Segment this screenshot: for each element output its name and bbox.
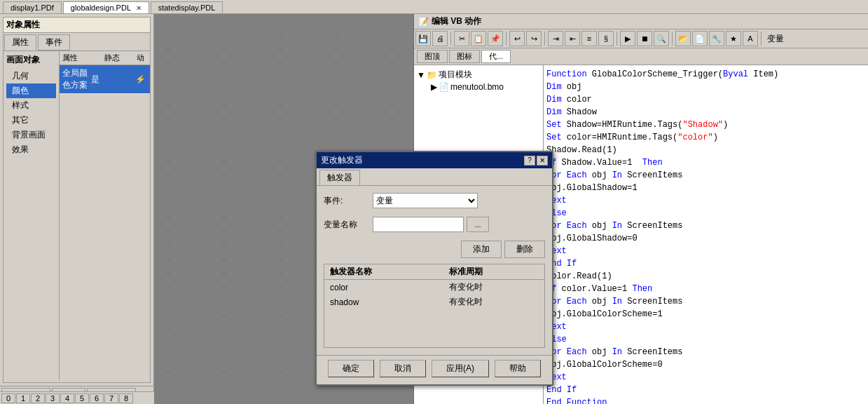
scroll-number-2[interactable]: 2 bbox=[31, 393, 45, 403]
scroll-bar: 012345678 bbox=[0, 391, 154, 404]
nav-top-btn[interactable]: 图顶 bbox=[417, 50, 448, 63]
code-line: Set color=HMIRuntime.Tags("color") bbox=[546, 131, 865, 144]
lightning-icon: ⚡ bbox=[133, 74, 147, 84]
cancel-button[interactable]: 取消 bbox=[380, 360, 426, 377]
code-line: Next bbox=[546, 371, 865, 384]
toolbar-outdent-btn[interactable]: ⇤ bbox=[565, 31, 580, 46]
close-dialog-btn[interactable]: ✕ bbox=[537, 156, 548, 166]
toolbar-copy-btn[interactable]: 📋 bbox=[471, 31, 486, 46]
browse-button[interactable]: ... bbox=[467, 217, 489, 232]
varname-row: 变量名称 ... bbox=[324, 217, 545, 232]
code-line: If Shadow.Value=1 Then bbox=[546, 156, 865, 169]
nav-code-btn[interactable]: 代... bbox=[481, 50, 511, 63]
scroll-number-4[interactable]: 4 bbox=[60, 393, 74, 403]
table-row[interactable]: color 有变化时 bbox=[324, 280, 544, 295]
ok-button[interactable]: 确定 bbox=[328, 360, 374, 377]
trigger-table-container: 触发器名称 标准周期 color 有变化时 shadow bbox=[324, 264, 545, 348]
toolbar-variable-label: 变量 bbox=[764, 33, 787, 45]
toolbar-format-btn[interactable]: § bbox=[598, 31, 614, 46]
tab-globaldesign[interactable]: globaldesign.PDL ✕ bbox=[63, 1, 149, 13]
toolbar-var-btn[interactable]: 🔧 bbox=[709, 31, 724, 46]
toolbar-sep-1 bbox=[450, 32, 451, 46]
varname-input[interactable] bbox=[373, 217, 464, 232]
add-trigger-button[interactable]: 添加 bbox=[461, 241, 502, 258]
tree-item-menutool[interactable]: ▶ 📄 menutool.bmo bbox=[417, 81, 540, 93]
toolbar-redo-btn[interactable]: ↪ bbox=[526, 31, 542, 46]
vb-code-editor[interactable]: Function GlobalColorScheme_Trigger(Byval… bbox=[544, 65, 868, 404]
scroll-number-0[interactable]: 0 bbox=[1, 393, 15, 403]
tree-item-expand-icon[interactable]: ▶ bbox=[431, 82, 437, 92]
table-row[interactable]: shadow 有变化时 bbox=[324, 295, 544, 309]
code-line: End Function bbox=[546, 396, 865, 404]
close-tab-icon[interactable]: ✕ bbox=[136, 4, 142, 12]
scroll-number-8[interactable]: 8 bbox=[119, 393, 133, 403]
toolbar-align-btn[interactable]: ≡ bbox=[581, 31, 597, 46]
toolbar-sep-4 bbox=[616, 32, 617, 46]
nav-mark-btn[interactable]: 图标 bbox=[449, 50, 480, 63]
col-trigger-period: 标准周期 bbox=[443, 264, 544, 280]
tab-property[interactable]: 属性 bbox=[4, 34, 36, 50]
scroll-number-5[interactable]: 5 bbox=[75, 393, 89, 403]
code-line: End If bbox=[546, 384, 865, 396]
dialog-tab-trigger[interactable]: 触发器 bbox=[319, 170, 360, 185]
dialog-inner-tabs: 触发器 bbox=[317, 168, 552, 186]
scroll-number-1[interactable]: 1 bbox=[16, 393, 30, 403]
prop-item-effect[interactable]: 效果 bbox=[6, 142, 56, 157]
prop-item-bg[interactable]: 背景画面 bbox=[6, 128, 56, 142]
tree-root: ▼ 📁 项目模块 bbox=[417, 68, 540, 81]
code-line: For Each obj In ScreenItems bbox=[546, 220, 865, 232]
event-label: 事件: bbox=[324, 195, 373, 207]
vb-title-text: 编辑 VB 动作 bbox=[432, 15, 481, 27]
canvas-area: 更改触发器 ? ✕ 触发器 事件: 变量 bbox=[154, 14, 413, 404]
code-line: Dim obj bbox=[546, 81, 865, 93]
code-line: End If bbox=[546, 257, 865, 270]
scroll-number-6[interactable]: 6 bbox=[90, 393, 104, 403]
code-line: Function GlobalColorScheme_Trigger(Byval… bbox=[546, 68, 865, 81]
prop-item-style[interactable]: 样式 bbox=[6, 98, 56, 113]
toolbar-sep-5 bbox=[672, 32, 673, 46]
vb-title-bar: 📝 编辑 VB 动作 bbox=[414, 14, 868, 29]
trigger-name-cell: color bbox=[324, 280, 443, 295]
event-select[interactable]: 变量 bbox=[373, 193, 478, 208]
varname-input-group: ... bbox=[373, 217, 545, 232]
code-line: Else bbox=[546, 207, 865, 220]
toolbar-print-btn[interactable]: 🖨 bbox=[432, 31, 448, 46]
toolbar-paste-btn[interactable]: 📌 bbox=[488, 31, 503, 46]
prop-item-geometry[interactable]: 几何 bbox=[6, 69, 56, 83]
help-dialog-btn[interactable]: ? bbox=[524, 156, 535, 166]
tree-expand-icon[interactable]: ▼ bbox=[417, 70, 425, 80]
code-line: If color.Value=1 Then bbox=[546, 283, 865, 295]
prop-row-global-color[interactable]: 全局颜色方案 是 ⚡ bbox=[60, 65, 150, 94]
tree-item-icon: 📄 bbox=[439, 82, 449, 92]
prop-item-color[interactable]: 颜色 bbox=[6, 83, 56, 98]
tab-statedisplay[interactable]: statedisplay.PDL bbox=[151, 1, 223, 13]
toolbar-ref-btn[interactable]: A bbox=[743, 31, 758, 46]
toolbar-undo-btn[interactable]: ↩ bbox=[509, 31, 525, 46]
tab-event[interactable]: 事件 bbox=[38, 34, 70, 50]
toolbar-debug-btn[interactable]: 🔍 bbox=[654, 31, 669, 46]
toolbar-open-btn[interactable]: 📂 bbox=[675, 31, 691, 46]
prop-left-nav: 画面对象 几何 颜色 样式 其它 背景画面 效果 bbox=[4, 51, 60, 381]
tab-display1[interactable]: display1.PDf bbox=[3, 1, 62, 13]
dialog-title-bar: 更改触发器 ? ✕ bbox=[317, 152, 552, 168]
help-button[interactable]: 帮助 bbox=[495, 360, 541, 377]
left-panel: 对象属性 属性 事件 画面对象 几何 颜色 样式 其它 背景画面 效果 bbox=[0, 14, 154, 404]
scroll-number-3[interactable]: 3 bbox=[46, 393, 60, 403]
dialog-buttons: 确定 取消 应用(A) 帮助 bbox=[317, 355, 552, 384]
toolbar-cut-btn[interactable]: ✂ bbox=[454, 31, 469, 46]
trigger-name-cell: shadow bbox=[324, 295, 443, 309]
toolbar-stop-btn[interactable]: ⏹ bbox=[637, 31, 652, 46]
toolbar-save-btn[interactable]: 💾 bbox=[415, 31, 431, 46]
apply-button[interactable]: 应用(A) bbox=[432, 360, 489, 377]
code-line: Else bbox=[546, 333, 865, 346]
toolbar-run-btn[interactable]: ▶ bbox=[620, 31, 635, 46]
toolbar-indent-btn[interactable]: ⇥ bbox=[548, 31, 563, 46]
prop-right-table: 属性 静态 动 全局颜色方案 是 ⚡ bbox=[60, 51, 150, 381]
delete-trigger-button[interactable]: 删除 bbox=[504, 241, 545, 258]
code-line: Next bbox=[546, 194, 865, 207]
toolbar-module-btn[interactable]: 📄 bbox=[692, 31, 708, 46]
scroll-number-7[interactable]: 7 bbox=[104, 393, 118, 403]
prop-item-other[interactable]: 其它 bbox=[6, 113, 56, 128]
toolbar-extra-btn[interactable]: ★ bbox=[726, 31, 741, 46]
event-select-container: 变量 bbox=[373, 193, 545, 208]
